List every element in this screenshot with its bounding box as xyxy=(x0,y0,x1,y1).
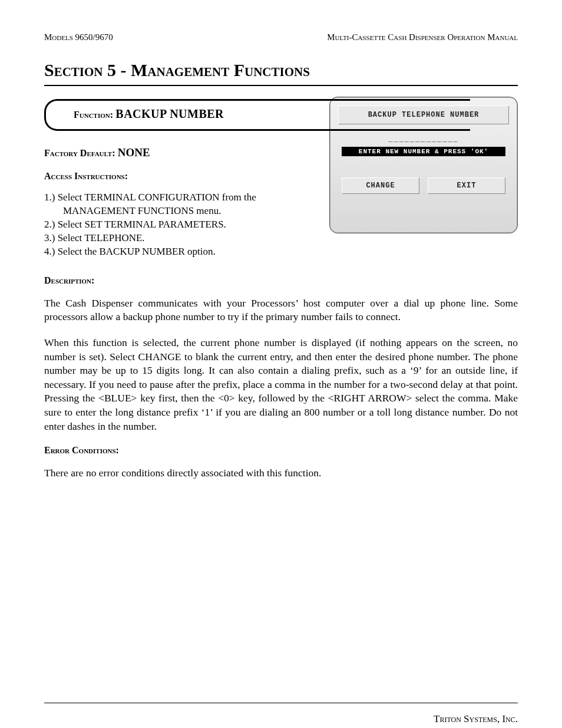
factory-default-label: Factory Default: xyxy=(44,148,115,158)
access-step: 3.) Select TELEPHONE. xyxy=(44,232,286,245)
function-label: Function: BACKUP NUMBER xyxy=(74,107,224,121)
access-steps: 1.) Select TERMINAL CONFIGURATION from t… xyxy=(44,191,286,245)
function-box: Function: BACKUP NUMBER xyxy=(44,97,518,137)
header-left: Models 9650/9670 xyxy=(44,32,113,42)
page-header: Models 9650/9670 Multi-Cassette Cash Dis… xyxy=(44,32,518,42)
access-steps-wrap: 1.) Select TERMINAL CONFIGURATION from t… xyxy=(44,191,286,245)
access-step: 2.) Select SET TERMINAL PARAMETERS. xyxy=(44,218,286,232)
content: BACKUP TELEPHONE NUMBER _____________ EN… xyxy=(44,97,518,480)
description-p1: The Cash Dispenser communicates with you… xyxy=(44,297,518,324)
access-steps-cont: 4.) Select the BACKUP NUMBER option. xyxy=(44,245,518,259)
header-right: Multi-Cassette Cash Dispenser Operation … xyxy=(327,32,518,42)
footer-rule xyxy=(44,703,518,703)
section-title: Section 5 - Management Functions xyxy=(44,60,518,80)
description-heading: Description: xyxy=(44,275,518,286)
terminal-exit-button: EXIT xyxy=(428,177,505,194)
page-footer: Triton Systems, Inc. 5-111 xyxy=(44,703,518,703)
function-label-value: BACKUP NUMBER xyxy=(115,107,224,120)
access-step: 4.) Select the BACKUP NUMBER option. xyxy=(44,245,518,259)
page: Models 9650/9670 Multi-Cassette Cash Dis… xyxy=(0,0,562,728)
error-heading: Error Conditions: xyxy=(44,445,518,456)
terminal-button-row: CHANGE EXIT xyxy=(338,177,509,194)
factory-default-value: NONE xyxy=(118,146,150,159)
title-rule xyxy=(44,85,518,86)
description-p2: When this function is selected, the curr… xyxy=(44,336,518,433)
function-label-key: Function: xyxy=(74,110,113,120)
error-text: There are no error conditions directly a… xyxy=(44,466,518,480)
footer-company: Triton Systems, Inc. xyxy=(434,713,518,725)
access-step: 1.) Select TERMINAL CONFIGURATION from t… xyxy=(44,191,286,218)
terminal-change-button: CHANGE xyxy=(342,177,419,194)
terminal-instruction: ENTER NEW NUMBER & PRESS 'OK' xyxy=(342,147,505,156)
